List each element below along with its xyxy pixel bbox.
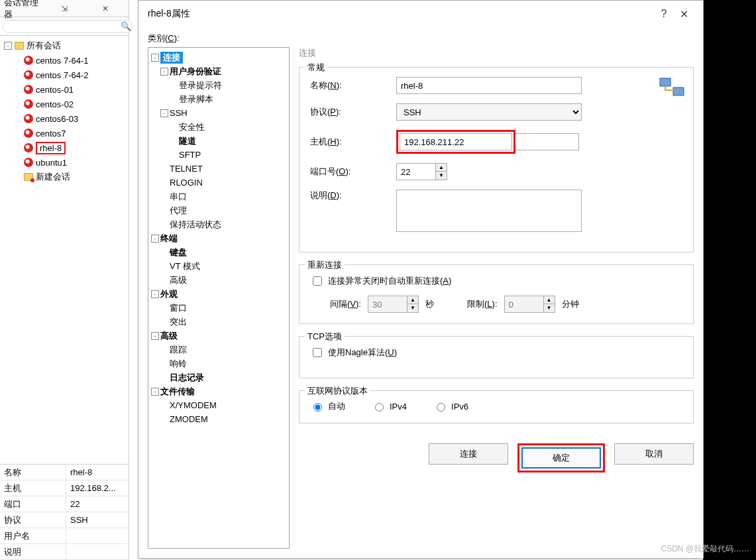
protocol-select[interactable]: SSH <box>396 103 582 121</box>
session-item[interactable]: centos7 <box>0 126 129 140</box>
session-root[interactable]: - 所有会话 <box>0 38 129 53</box>
tree-xymodem[interactable]: X/YMODEM <box>151 398 286 412</box>
spin-up-icon[interactable]: ▲ <box>436 164 447 172</box>
tree-loginprompt[interactable]: 登录提示符 <box>151 78 286 92</box>
port-input[interactable] <box>396 163 436 180</box>
tree-bell[interactable]: 响铃 <box>151 357 286 370</box>
auto-reconnect-checkbox[interactable]: 连接异常关闭时自动重新连接(A) <box>310 274 682 288</box>
tree-loginscript[interactable]: 登录脚本 <box>151 92 286 106</box>
tree-label: 代理 <box>170 205 187 217</box>
ipver-auto-radio[interactable]: 自动 <box>310 400 345 412</box>
session-item[interactable]: centos 7-64-2 <box>0 68 129 82</box>
connect-button[interactable]: 连接 <box>429 443 508 465</box>
name-input[interactable] <box>396 77 582 94</box>
protocol-label: 协议(P): <box>310 106 396 118</box>
session-item[interactable]: centos-01 <box>0 82 129 97</box>
tree-ssh[interactable]: -SSH <box>151 106 286 120</box>
session-item-selected[interactable]: rhel-8 <box>0 140 129 155</box>
spin-down-icon[interactable]: ▼ <box>436 172 447 180</box>
session-label: centos 7-64-1 <box>36 56 89 66</box>
tree-appearance[interactable]: -外观 <box>151 287 286 301</box>
spin-down-icon[interactable]: ▼ <box>544 304 555 312</box>
tree-zmodem[interactable]: ZMODEM <box>151 412 286 426</box>
search-icon[interactable]: 🔍 <box>121 21 131 31</box>
prop-value: 22 <box>66 499 129 509</box>
collapse-icon[interactable]: - <box>151 290 159 298</box>
spin-up-icon[interactable]: ▲ <box>407 296 418 304</box>
tree-advanced[interactable]: -高级 <box>151 329 286 343</box>
tree-highlight[interactable]: 突出 <box>151 315 286 329</box>
auto-reconnect-input[interactable] <box>313 276 322 286</box>
property-row: 说明 <box>0 544 129 560</box>
tree-vtmode[interactable]: VT 模式 <box>151 259 286 273</box>
tree-userauth[interactable]: -用户身份验证 <box>151 64 286 78</box>
session-item[interactable]: centos 7-64-1 <box>0 53 129 68</box>
cancel-button[interactable]: 取消 <box>614 443 694 465</box>
session-item[interactable]: centos-02 <box>0 97 129 111</box>
tree-connection[interactable]: -连接 <box>151 50 286 64</box>
close-panel-icon[interactable]: ✕ <box>86 4 125 13</box>
tree-advanced-terminal[interactable]: 高级 <box>151 273 286 287</box>
tree-serial[interactable]: 串口 <box>151 190 286 203</box>
form-area: 连接 常规 名称(N): 协议(P): SSH 主机(H) <box>299 47 694 549</box>
ok-highlight: 确定 <box>517 443 605 473</box>
ipver-ipv4-radio[interactable]: IPv4 <box>372 401 407 412</box>
dialog-titlebar[interactable]: rhel-8属性 ? ✕ <box>138 1 703 27</box>
prop-label: 端口 <box>0 496 66 512</box>
ipver-ipv6-radio[interactable]: IPv6 <box>433 401 468 412</box>
collapse-icon[interactable]: - <box>151 235 159 243</box>
interval-stepper[interactable]: ▲▼ <box>368 296 419 313</box>
new-session-item[interactable]: 新建会话 <box>0 170 129 184</box>
general-fieldset: 常规 名称(N): 协议(P): SSH 主机(H): <box>299 67 694 252</box>
help-icon[interactable]: ? <box>654 8 674 20</box>
tree-log[interactable]: 日志记录 <box>151 370 286 384</box>
collapse-icon[interactable]: - <box>4 42 12 50</box>
category-tree[interactable]: -连接 -用户身份验证 登录提示符 登录脚本 -SSH 安全性 隧道 SFTP … <box>148 47 290 549</box>
tree-window[interactable]: 窗口 <box>151 301 286 315</box>
connection-icon <box>659 76 685 102</box>
tree-sftp[interactable]: SFTP <box>151 148 286 162</box>
session-item[interactable]: ubuntu1 <box>0 155 129 170</box>
session-label: ubuntu1 <box>36 158 67 168</box>
session-item[interactable]: centos6-03 <box>0 111 129 126</box>
spin-down-icon[interactable]: ▼ <box>407 304 418 312</box>
collapse-icon[interactable]: - <box>160 68 168 76</box>
collapse-icon[interactable]: - <box>151 54 159 62</box>
tree-label: 隧道 <box>179 135 196 147</box>
interval-input[interactable] <box>368 296 407 313</box>
radio-input[interactable] <box>313 403 322 412</box>
folder-icon <box>15 42 24 50</box>
radio-input[interactable] <box>437 403 445 412</box>
host-input-tail[interactable] <box>515 133 579 150</box>
session-search-input[interactable] <box>3 20 133 33</box>
pin-icon[interactable]: ⇲ <box>45 4 83 13</box>
tree-trace[interactable]: 跟踪 <box>151 343 286 357</box>
tree-telnet[interactable]: TELNET <box>151 162 286 176</box>
tree-label: 串口 <box>170 191 187 203</box>
tree-terminal[interactable]: -终端 <box>151 231 286 245</box>
nagle-checkbox[interactable]: 使用Nagle算法(U) <box>310 346 682 359</box>
prop-label: 名称 <box>0 465 66 480</box>
dialog-title: rhel-8属性 <box>148 8 654 20</box>
session-icon <box>24 56 33 65</box>
limit-stepper[interactable]: ▲▼ <box>504 296 555 313</box>
ok-button[interactable]: 确定 <box>521 447 601 469</box>
tree-tunnel[interactable]: 隧道 <box>151 134 286 148</box>
tree-keyboard[interactable]: 键盘 <box>151 245 286 259</box>
port-stepper[interactable]: ▲▼ <box>396 163 447 180</box>
tree-filetransfer[interactable]: -文件传输 <box>151 384 286 398</box>
collapse-icon[interactable]: - <box>151 388 159 396</box>
collapse-icon[interactable]: - <box>160 109 168 117</box>
desc-textarea[interactable] <box>396 190 582 232</box>
tree-keepalive[interactable]: 保持活动状态 <box>151 217 286 231</box>
spin-up-icon[interactable]: ▲ <box>544 296 555 304</box>
nagle-input[interactable] <box>313 348 322 357</box>
close-icon[interactable]: ✕ <box>674 8 694 21</box>
radio-input[interactable] <box>375 403 384 412</box>
tree-security[interactable]: 安全性 <box>151 120 286 134</box>
limit-input[interactable] <box>504 296 544 313</box>
tree-proxy[interactable]: 代理 <box>151 203 286 217</box>
collapse-icon[interactable]: - <box>151 332 159 340</box>
tree-rlogin[interactable]: RLOGIN <box>151 176 286 190</box>
host-input[interactable] <box>400 133 512 150</box>
